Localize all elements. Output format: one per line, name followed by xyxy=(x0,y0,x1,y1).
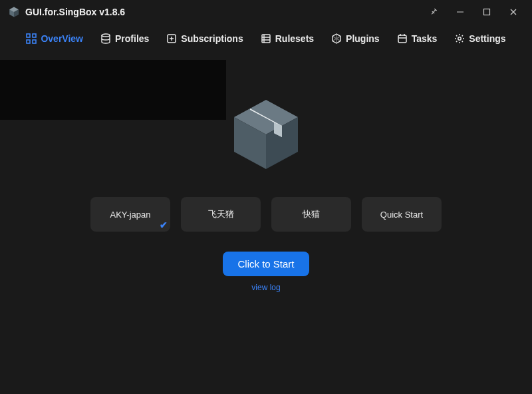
nav-label: OverView xyxy=(41,33,83,44)
profile-label: 快猫 xyxy=(303,208,320,220)
nav-label: Settings xyxy=(469,33,505,44)
plugins-icon xyxy=(331,33,342,44)
profile-label: Quick Start xyxy=(380,210,423,220)
nav-settings[interactable]: Settings xyxy=(454,33,505,44)
profile-card[interactable]: 快猫 xyxy=(271,197,351,232)
svg-rect-9 xyxy=(398,35,406,43)
svg-rect-0 xyxy=(457,12,464,13)
subscriptions-icon xyxy=(166,33,177,44)
profile-label: 飞天猪 xyxy=(208,208,234,220)
nav-rulesets[interactable]: Rulesets xyxy=(261,33,314,44)
nav-label: Profiles xyxy=(115,33,149,44)
profiles-icon xyxy=(100,33,111,44)
nav-profiles[interactable]: Profiles xyxy=(100,33,149,44)
profile-label: AKY-japan xyxy=(110,210,151,220)
nav-label: Subscriptions xyxy=(181,33,243,44)
profile-cards: AKY-japan ✔ 飞天猪 快猫 Quick Start xyxy=(80,197,452,232)
tasks-icon xyxy=(397,33,408,44)
pin-button[interactable] xyxy=(420,0,447,24)
svg-rect-3 xyxy=(33,34,36,37)
maximize-button[interactable] xyxy=(473,0,500,24)
check-icon: ✔ xyxy=(160,220,168,230)
minimize-button[interactable] xyxy=(447,0,473,24)
window-title: GUI.for.SingBox v1.8.6 xyxy=(25,7,125,17)
app-icon xyxy=(8,6,20,18)
nav-plugins[interactable]: Plugins xyxy=(331,33,380,44)
navbar: OverView Profiles Subscriptions Rulesets… xyxy=(0,24,532,53)
profile-card[interactable]: AKY-japan ✔ xyxy=(90,197,170,232)
overview-icon xyxy=(26,33,37,44)
nav-label: Tasks xyxy=(412,33,438,44)
svg-rect-1 xyxy=(484,9,490,15)
settings-icon xyxy=(454,33,465,44)
window-controls xyxy=(420,0,527,24)
close-button[interactable] xyxy=(500,0,527,24)
svg-rect-5 xyxy=(33,40,36,43)
profile-card[interactable]: Quick Start xyxy=(362,197,442,232)
nav-label: Rulesets xyxy=(275,33,314,44)
main-area: AKY-japan ✔ 飞天猪 快猫 Quick Start Click to … xyxy=(0,53,532,394)
svg-rect-4 xyxy=(27,40,30,43)
svg-rect-2 xyxy=(27,34,30,37)
titlebar: GUI.for.SingBox v1.8.6 xyxy=(0,0,532,24)
svg-point-6 xyxy=(102,34,110,37)
nav-tasks[interactable]: Tasks xyxy=(397,33,438,44)
nav-overview[interactable]: OverView xyxy=(26,33,83,44)
box-logo-icon xyxy=(226,93,306,173)
view-log-link[interactable]: view log xyxy=(251,283,280,292)
profile-card[interactable]: 飞天猪 xyxy=(181,197,261,232)
svg-point-10 xyxy=(458,37,461,40)
rulesets-icon xyxy=(261,33,271,44)
nav-subscriptions[interactable]: Subscriptions xyxy=(166,33,243,44)
svg-rect-8 xyxy=(262,35,270,43)
start-button[interactable]: Click to Start xyxy=(223,252,309,276)
center-panel: AKY-japan ✔ 飞天猪 快猫 Quick Start Click to … xyxy=(80,93,452,292)
nav-label: Plugins xyxy=(346,33,380,44)
